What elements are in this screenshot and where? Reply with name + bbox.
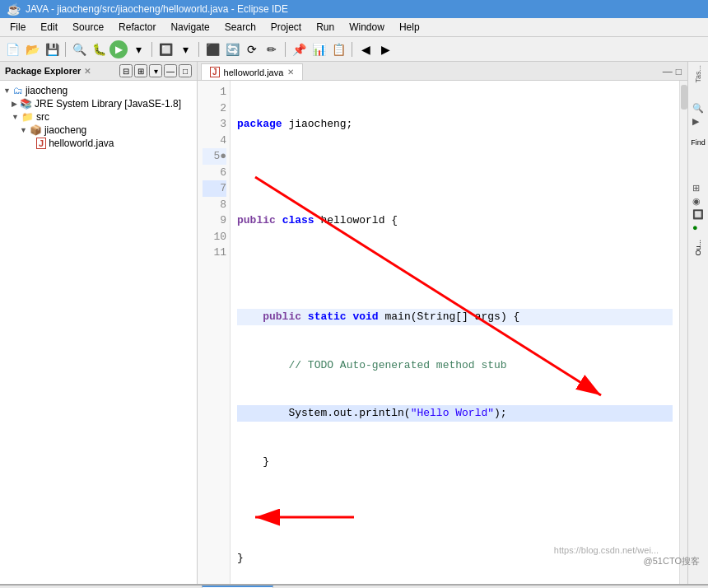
pe-collapse-btn[interactable]: ⊟ xyxy=(119,64,133,77)
toolbar-btn-9[interactable]: ▶ xyxy=(376,40,394,58)
editor-tab-helloworld[interactable]: J helloworld.java ✕ xyxy=(201,63,303,80)
scrollbar-right[interactable] xyxy=(679,81,687,584)
debug-button[interactable]: 🐛 xyxy=(90,40,108,58)
toolbar-btn-5[interactable]: 📌 xyxy=(290,40,308,58)
watermark-51cto: @51CTO搜客 xyxy=(644,555,700,567)
toolbar-sep-5 xyxy=(352,42,352,57)
arrow-icon: ▶ xyxy=(12,100,17,108)
line-num-10: 10 xyxy=(203,229,226,245)
watermark-csdn: https://blog.csdn.net/wei... xyxy=(554,545,659,555)
src-icon: 📁 xyxy=(21,111,34,123)
rs-btn-6[interactable]: ● xyxy=(692,222,704,232)
menu-window[interactable]: Window xyxy=(342,20,391,35)
project-label: jiaocheng xyxy=(26,85,68,96)
code-line-4 xyxy=(237,261,673,278)
code-line-2 xyxy=(237,165,673,181)
pe-close-icon[interactable]: ✕ xyxy=(84,67,91,76)
java-file-label: helloworld.java xyxy=(49,138,114,149)
pe-header: Package Explorer ✕ ⊟ ⊞ ▾ — □ xyxy=(0,62,197,81)
package-explorer: Package Explorer ✕ ⊟ ⊞ ▾ — □ ▼ 🗂 jiaoche… xyxy=(0,62,198,584)
code-line-6: // TODO Auto-generated method stub xyxy=(237,357,673,374)
rs-btn-3[interactable]: ⊞ xyxy=(692,183,704,194)
project-icon: 🗂 xyxy=(13,85,23,96)
pe-title: Package Explorer xyxy=(5,66,81,76)
tree-item-src[interactable]: ▼ 📁 src xyxy=(3,110,193,124)
menu-refactor[interactable]: Refactor xyxy=(112,20,162,35)
tree-item-jiaocheng[interactable]: ▼ 🗂 jiaocheng xyxy=(3,84,193,97)
toolbar-btn-2[interactable]: 🔄 xyxy=(223,40,241,58)
toolbar-btn-3[interactable]: ⟳ xyxy=(243,40,261,58)
line-num-6: 6 xyxy=(203,165,226,181)
rs-btn-2[interactable]: ▶ xyxy=(692,116,704,127)
rs-btn-5[interactable]: 🔲 xyxy=(692,209,704,220)
tree-item-jre[interactable]: ▶ 📚 JRE System Library [JavaSE-1.8] xyxy=(3,97,193,110)
toolbar-btn-6[interactable]: 📊 xyxy=(310,40,328,58)
code-editor[interactable]: 1 2 3 4 5● 6 7 8 9 10 11 package jiaoche… xyxy=(198,81,687,584)
code-content[interactable]: package jiaocheng; public class hellowor… xyxy=(231,81,679,584)
tab-close-icon[interactable]: ✕ xyxy=(287,68,294,77)
toolbar-btn-1[interactable]: ⬛ xyxy=(203,40,221,58)
line-num-5: 5● xyxy=(203,148,226,165)
task-list-btn[interactable]: Tas... xyxy=(694,65,702,83)
perspective-dropdown[interactable]: ▾ xyxy=(176,40,194,58)
rs-btn-1[interactable]: 🔍 xyxy=(692,103,704,114)
java-icon: ☕ xyxy=(7,2,21,16)
main-layout: Package Explorer ✕ ⊟ ⊞ ▾ — □ ▼ 🗂 jiaoche… xyxy=(0,62,708,584)
jre-label: JRE System Library [JavaSE-1.8] xyxy=(35,98,181,110)
editor-tabs: J helloworld.java ✕ — □ xyxy=(198,62,687,81)
bottom-panel: ⚠ Problems @ Javadoc 📄 Declaration ▦ Con… xyxy=(0,584,708,588)
code-line-9 xyxy=(237,502,673,518)
code-line-5: public static void main(String[] args) { xyxy=(237,309,673,325)
outline-label: Ou... xyxy=(694,240,702,256)
jre-icon: 📚 xyxy=(20,98,32,110)
rs-btn-4[interactable]: ◉ xyxy=(692,196,704,207)
search-button[interactable]: 🔍 xyxy=(70,40,88,58)
toolbar-sep-2 xyxy=(151,42,152,57)
line-num-1: 1 xyxy=(203,84,226,100)
run-dropdown[interactable]: ▾ xyxy=(129,40,147,58)
rs-icons: 🔍 ▶ xyxy=(692,103,704,127)
open-button[interactable]: 📂 xyxy=(23,40,41,58)
save-button[interactable]: 💾 xyxy=(43,40,61,58)
minimize-editor-btn[interactable]: — xyxy=(663,66,673,77)
pe-maximize-btn[interactable]: □ xyxy=(179,64,192,77)
package-label: jiaocheng xyxy=(44,124,86,136)
toolbar-btn-4[interactable]: ✏ xyxy=(263,40,281,58)
title-bar: ☕ JAVA - jiaocheng/src/jiaocheng/hellowo… xyxy=(0,0,708,18)
menu-run[interactable]: Run xyxy=(310,20,341,35)
perspective-button[interactable]: 🔲 xyxy=(156,40,175,58)
menu-search[interactable]: Search xyxy=(218,20,263,35)
pe-menu-btn[interactable]: ▾ xyxy=(149,64,162,77)
menu-project[interactable]: Project xyxy=(264,20,308,35)
pe-tree: ▼ 🗂 jiaocheng ▶ 📚 JRE System Library [Ja… xyxy=(0,81,197,584)
pe-expand-btn[interactable]: ⊞ xyxy=(134,64,147,77)
menu-edit[interactable]: Edit xyxy=(34,20,64,35)
arrow-icon: ▼ xyxy=(3,86,11,95)
toolbar-btn-8[interactable]: ◀ xyxy=(356,40,375,58)
find-label: Find xyxy=(691,138,706,147)
tree-item-helloworld[interactable]: ▶ J helloworld.java xyxy=(3,137,193,150)
line-num-3: 3 xyxy=(203,116,226,133)
title-text: JAVA - jiaocheng/src/jiaocheng/helloworl… xyxy=(26,3,288,15)
line-num-11: 11 xyxy=(203,245,226,261)
run-button[interactable]: ▶ xyxy=(109,40,128,58)
menu-help[interactable]: Help xyxy=(393,20,426,35)
toolbar-btn-7[interactable]: 📋 xyxy=(329,40,347,58)
line-num-4: 4 xyxy=(203,133,226,149)
rs-icons-2: ⊞ ◉ 🔲 ● xyxy=(692,183,704,232)
pe-minimize-btn[interactable]: — xyxy=(164,64,177,77)
new-button[interactable]: 📄 xyxy=(3,40,21,58)
toolbar-sep-1 xyxy=(65,42,66,57)
menu-source[interactable]: Source xyxy=(66,20,110,35)
menu-navigate[interactable]: Navigate xyxy=(164,20,216,35)
tree-item-package[interactable]: ▼ 📦 jiaocheng xyxy=(3,124,193,137)
code-line-8: } xyxy=(237,454,673,470)
right-sidebar: Tas... 🔍 ▶ Find ⊞ ◉ 🔲 ● Ou... xyxy=(687,62,708,584)
arrow-icon: ▼ xyxy=(20,126,27,134)
menu-file[interactable]: File xyxy=(3,20,32,35)
maximize-editor-btn[interactable]: □ xyxy=(676,66,682,77)
scrollbar-thumb[interactable] xyxy=(681,85,687,110)
src-label: src xyxy=(36,111,49,123)
line-num-8: 8 xyxy=(203,197,226,213)
toolbar: 📄 📂 💾 🔍 🐛 ▶ ▾ 🔲 ▾ ⬛ 🔄 ⟳ ✏ 📌 📊 📋 ◀ ▶ xyxy=(0,37,708,62)
